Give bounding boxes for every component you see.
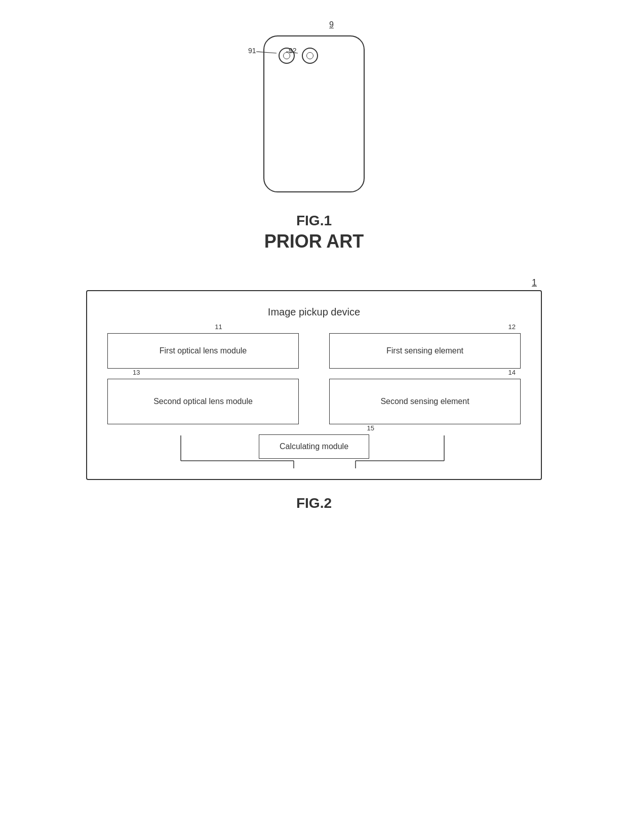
box-second-optical-lens: Second optical lens module [107,379,299,424]
box13-wrapper: 13 Second optical lens module [107,379,299,424]
fig1-subtitle: PRIOR ART [264,231,364,252]
camera-label-92: 92 [289,47,297,55]
fig1-title: FIG.1 [264,213,364,229]
fig2-section: 1 Image pickup device 11 First optical l… [30,277,598,511]
fig1-caption-area: FIG.1 PRIOR ART [264,208,364,252]
box11-wrapper: 11 First optical lens module [107,333,299,369]
fig2-diagram-container: Image pickup device 11 First optical len… [86,290,542,480]
box13-label: 13 [133,369,140,376]
fig2-caption: FIG.2 [296,495,332,511]
diagram-title: Image pickup device [107,306,521,318]
box-second-sensing: Second sensing element [329,379,521,424]
label-lines-svg [238,20,390,203]
box-calculating-module: Calculating module [259,434,369,459]
box12-wrapper: 12 First sensing element [329,333,521,369]
fig2-diagram-wrapper: Image pickup device 11 First optical len… [86,290,542,480]
fig1-device-area: 9 91 92 [238,20,390,203]
box14-wrapper: 14 Second sensing element [329,379,521,424]
box-first-sensing: First sensing element [329,333,521,369]
box15-label: 15 [367,424,374,432]
box15-wrapper: 15 Calculating module [259,434,369,459]
box11-label: 11 [215,323,222,331]
fig1-section: 9 91 92 FIG.1 PRIOR ART [30,20,598,252]
calculating-row: 15 Calculating module [107,434,521,459]
fig2-outer-label-row: 1 [86,277,542,288]
box14-label: 14 [508,369,516,376]
diagram-grid: 11 First optical lens module 12 First se… [107,333,521,424]
box-first-optical-lens: First optical lens module [107,333,299,369]
fig2-outer-label: 1 [532,277,537,288]
svg-line-0 [256,52,277,53]
box12-label: 12 [508,323,516,331]
